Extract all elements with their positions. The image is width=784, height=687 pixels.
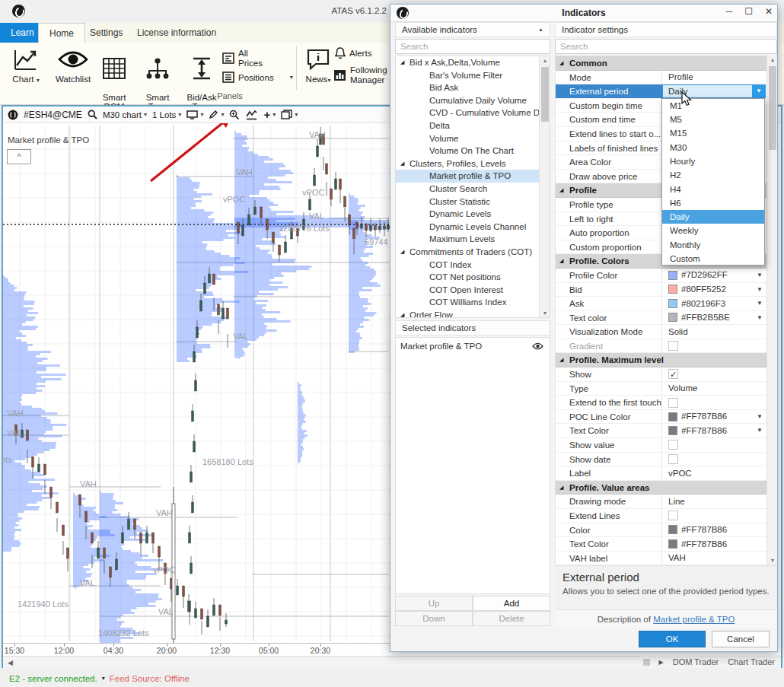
dropdown-item[interactable]: H6 <box>662 196 764 210</box>
positions-button[interactable]: Positions ▾ <box>222 72 293 83</box>
settings-group-header[interactable]: ◢Profile. Value areas <box>556 481 776 495</box>
dropdown-item[interactable]: Weekly <box>662 224 764 237</box>
news-button[interactable]: News▾ <box>301 46 335 84</box>
available-indicators-header[interactable]: Available indicators ▲ <box>395 22 550 37</box>
settings-row[interactable]: Extend Lines <box>556 509 776 523</box>
settings-row[interactable]: Text Color#FF787B86▼ <box>556 424 776 438</box>
collapse-up-icon[interactable]: ▲ <box>538 23 543 37</box>
expander-icon[interactable]: ◢ <box>400 246 404 259</box>
setting-value[interactable]: #FF787B86 <box>662 523 766 537</box>
collapse-panel-button[interactable]: ^ <box>7 149 31 164</box>
setting-value[interactable] <box>662 509 766 523</box>
tree-item[interactable]: Bar's Volume Filter <box>396 69 550 82</box>
chart-button[interactable]: Chart ▾ <box>6 46 46 84</box>
tree-item[interactable]: COT Net positions <box>396 271 550 284</box>
bid-ask-tape-button[interactable]: Bid/Ask Tape <box>183 46 221 111</box>
timeframe-select[interactable]: M30 chart▾ <box>103 110 147 119</box>
selected-indicator-item[interactable]: Market profile & TPO <box>396 338 550 355</box>
settings-row[interactable]: Visualization ModeSolid <box>556 325 776 339</box>
tab-settings[interactable]: Settings <box>79 23 133 43</box>
draw-tools-button[interactable]: ▾ <box>209 110 224 119</box>
chevron-down-icon[interactable]: ▾ <box>102 675 105 682</box>
settings-row[interactable]: VAH labelVAH <box>556 552 776 566</box>
chevron-down-icon[interactable]: ▼ <box>757 269 763 283</box>
settings-row[interactable]: Profile Color#7D2962FF▼ <box>556 269 776 283</box>
dialog-titlebar[interactable]: Indicators ─ ☐ ✕ <box>390 5 777 22</box>
time-axis[interactable]: 15:3012:0004:3020:0012:3005:0020:30 <box>3 643 390 656</box>
minimize-button[interactable]: ─ <box>726 6 733 17</box>
settings-row[interactable]: POC Line Color#FF787B86▼ <box>556 410 776 425</box>
tree-item[interactable]: COT Williams Index <box>396 296 550 309</box>
tree-item[interactable]: Market profile & TPO <box>396 170 550 183</box>
settings-row[interactable]: TypeVolume <box>556 382 776 396</box>
settings-group-header[interactable]: ◢Profile. Maximum level <box>556 353 776 367</box>
down-button[interactable]: Down <box>395 611 473 626</box>
following-manager-button[interactable]: Following Manager <box>333 65 387 84</box>
dropdown-item[interactable]: M30 <box>662 141 764 154</box>
checkbox[interactable] <box>668 398 678 408</box>
smart-tape-button[interactable]: Smart Tape <box>140 46 175 111</box>
settings-search-input[interactable]: Search <box>555 39 777 54</box>
setting-value[interactable]: #FF787B86 <box>662 537 766 551</box>
tab-chart-trader[interactable]: Chart Trader <box>728 657 775 666</box>
setting-value[interactable]: #FFB2B5BE <box>662 311 766 325</box>
expander-icon[interactable]: ◢ <box>400 157 404 170</box>
setting-value[interactable]: #7D2962FF <box>662 269 766 282</box>
ok-button[interactable]: OK <box>639 631 706 647</box>
setting-value[interactable]: Volume <box>662 382 766 396</box>
setting-value[interactable] <box>662 453 766 466</box>
setting-value[interactable]: #802196F3 <box>662 297 766 310</box>
setting-value[interactable]: #80FF5252 <box>662 283 766 297</box>
setting-value[interactable]: #FF787B86 <box>662 410 766 424</box>
chevron-down-icon[interactable]: ▼ <box>757 297 763 311</box>
color-swatch[interactable] <box>668 426 677 435</box>
settings-row[interactable]: Text Color#FF787B86 <box>556 537 776 552</box>
tree-group[interactable]: ◢Order Flow <box>396 309 550 318</box>
settings-group-header[interactable]: ◢Common <box>556 56 776 71</box>
checkbox[interactable] <box>668 341 678 351</box>
color-swatch[interactable] <box>668 313 677 322</box>
dropdown-item[interactable]: Custom <box>662 252 764 266</box>
dropdown-item[interactable]: H4 <box>662 183 764 196</box>
setting-value[interactable]: VAH <box>662 552 766 565</box>
dropdown-open-button[interactable]: ▼ <box>752 85 766 98</box>
tree-item[interactable]: Delta <box>396 119 550 132</box>
settings-row[interactable]: Drawing modeLine <box>556 495 776 509</box>
tree-item[interactable]: COT Open Interest <box>396 284 550 297</box>
tab-home[interactable]: Home <box>38 23 85 43</box>
layout-button[interactable]: ▾ <box>281 110 298 119</box>
dropdown-item[interactable]: M15 <box>662 126 764 140</box>
zoom-icon[interactable] <box>229 110 240 119</box>
tree-item[interactable]: CVD - Cumulative Volume Delta <box>396 107 550 119</box>
eye-icon[interactable] <box>532 342 543 350</box>
expander-icon[interactable]: ◢ <box>400 309 404 318</box>
settings-row[interactable]: Gradient <box>556 339 776 354</box>
indicators-icon[interactable] <box>245 110 258 120</box>
tree-item[interactable]: Dynamic Levels <box>396 208 550 221</box>
dropdown-item[interactable]: M1 <box>662 99 764 113</box>
dropdown-item[interactable]: Hourly <box>662 154 764 168</box>
setting-value[interactable] <box>662 396 766 409</box>
indicator-description-link[interactable]: Market profile & TPO <box>653 615 735 624</box>
available-indicators-tree[interactable]: ◢Bid x Ask,Delta,VolumeBar's Volume Filt… <box>395 56 550 318</box>
dropdown-item[interactable]: H2 <box>662 168 764 182</box>
color-swatch[interactable] <box>668 539 677 549</box>
checkbox[interactable] <box>668 454 678 464</box>
tree-item[interactable]: Cluster Statistic <box>396 196 550 208</box>
tree-item[interactable]: Cluster Search <box>396 183 550 196</box>
tree-item[interactable]: Dynamic Levels Channel <box>396 221 550 234</box>
setting-value[interactable]: ✓ <box>662 367 766 381</box>
smart-dom-button[interactable]: Smart DOM <box>97 46 131 111</box>
checkbox[interactable] <box>668 440 678 450</box>
color-swatch[interactable] <box>668 299 677 308</box>
selected-indicators-list[interactable]: Market profile & TPO <box>395 337 550 594</box>
up-button[interactable]: Up <box>395 596 473 611</box>
expand-panel-icon[interactable]: ▶ <box>659 659 664 666</box>
all-prices-button[interactable]: All Prices <box>222 49 263 68</box>
tab-license-information[interactable]: License information <box>126 23 227 43</box>
setting-value[interactable] <box>662 339 766 353</box>
watchlist-button[interactable]: Watchlist <box>50 46 96 84</box>
setting-value[interactable]: Line <box>662 495 766 508</box>
tree-item[interactable]: Cumulative Daily Volume <box>396 94 550 107</box>
scroll-left-icon[interactable]: ◀ <box>3 659 13 666</box>
